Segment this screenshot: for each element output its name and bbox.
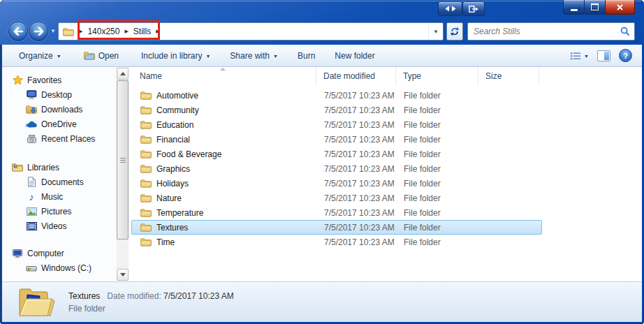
file-name: Temperature bbox=[156, 208, 203, 218]
table-row[interactable]: Temperature 7/5/2017 10:23 AM File folde… bbox=[131, 205, 542, 220]
breadcrumb-chevron-icon[interactable]: ▶ bbox=[119, 29, 133, 34]
address-box[interactable]: ▶ 140x250 ▶ Stills ▶ ▼ bbox=[58, 22, 444, 40]
maximize-button[interactable] bbox=[584, 0, 606, 15]
include-in-library-button[interactable]: Include in library ▼ bbox=[137, 49, 214, 63]
sidebar-item-recent-places[interactable]: Recent Places bbox=[2, 131, 130, 146]
help-button[interactable]: ? bbox=[619, 49, 632, 62]
sidebar-item-desktop[interactable]: Desktop bbox=[2, 87, 130, 102]
close-button[interactable] bbox=[605, 0, 635, 15]
file-list: Name Date modified Type Size Automotive bbox=[130, 67, 642, 281]
name-cell: Graphics bbox=[132, 164, 317, 174]
file-type: File folder bbox=[397, 208, 479, 218]
table-row[interactable]: Financial 7/5/2017 10:23 AM File folder bbox=[131, 132, 542, 147]
details-pane: Textures Date modified: 7/5/2017 10:23 A… bbox=[2, 281, 642, 322]
file-name: Graphics bbox=[156, 164, 190, 174]
sidebar-item-libraries[interactable]: Libraries bbox=[2, 160, 130, 175]
file-date: 7/5/2017 10:23 AM bbox=[317, 237, 397, 247]
sidebar-item-music[interactable]: ♪ Music bbox=[2, 189, 130, 204]
minimize-button[interactable] bbox=[563, 0, 585, 15]
file-type: File folder bbox=[397, 105, 479, 115]
file-date: 7/5/2017 10:23 AM bbox=[317, 164, 397, 174]
file-name: Automotive bbox=[156, 91, 198, 101]
file-type: File folder bbox=[397, 164, 479, 174]
sidebar-item-favorites[interactable]: Favorites bbox=[2, 73, 130, 87]
column-header-size[interactable]: Size bbox=[478, 67, 539, 85]
include-label: Include in library bbox=[141, 51, 202, 61]
table-row[interactable]: Time 7/5/2017 10:23 AM File folder bbox=[131, 235, 542, 249]
file-name: Financial bbox=[156, 135, 190, 145]
date-modified-value: 7/5/2017 10:23 AM bbox=[163, 291, 234, 301]
change-view-button[interactable]: ▼ bbox=[571, 52, 589, 60]
sidebar-item-label: OneDrive bbox=[41, 119, 77, 129]
navigation-pane: Favorites Desktop Downloads OneDrive bbox=[2, 67, 130, 281]
file-list-rows: Automotive 7/5/2017 10:23 AM File folder… bbox=[131, 88, 642, 281]
table-row[interactable]: Nature 7/5/2017 10:23 AM File folder bbox=[131, 191, 542, 205]
list-view-icon bbox=[571, 52, 581, 60]
folder-icon bbox=[140, 179, 152, 188]
back-button[interactable] bbox=[8, 22, 28, 41]
sidebar-scrollbar[interactable] bbox=[117, 68, 129, 281]
search-input[interactable] bbox=[472, 26, 620, 37]
table-row[interactable]: Holidays 7/5/2017 10:23 AM File folder bbox=[131, 176, 542, 191]
chevron-down-icon: ▼ bbox=[205, 54, 210, 59]
sidebar-item-computer[interactable]: Computer bbox=[2, 246, 130, 260]
sidebar-item-label: Pictures bbox=[41, 207, 71, 216]
titlebar-arrows-button[interactable] bbox=[438, 1, 462, 16]
sidebar-item-label: Windows (C:) bbox=[41, 263, 92, 273]
open-button[interactable]: Open bbox=[80, 49, 123, 63]
sidebar-item-videos[interactable]: Videos bbox=[2, 219, 130, 233]
share-label: Share with bbox=[230, 51, 270, 61]
organize-button[interactable]: Organize ▼ bbox=[15, 49, 66, 63]
table-row[interactable]: Graphics 7/5/2017 10:23 AM File folder bbox=[131, 161, 542, 176]
sidebar-item-pictures[interactable]: Pictures bbox=[2, 204, 130, 219]
address-bar: ▼ ▶ 140x250 ▶ Stills ▶ ▼ bbox=[2, 18, 642, 45]
table-row[interactable]: Textures 7/5/2017 10:23 AM File folder bbox=[131, 220, 542, 235]
preview-pane-button[interactable] bbox=[597, 50, 610, 61]
address-history-dropdown[interactable]: ▼ bbox=[428, 23, 443, 40]
file-name: Textures bbox=[156, 223, 188, 233]
table-row[interactable]: Automotive 7/5/2017 10:23 AM File folder bbox=[131, 88, 542, 103]
refresh-button[interactable] bbox=[446, 22, 463, 40]
breadcrumb-chevron-icon[interactable]: ▶ bbox=[151, 29, 164, 34]
folder-icon bbox=[140, 193, 152, 202]
file-name: Education bbox=[156, 120, 193, 130]
search-icon[interactable] bbox=[620, 27, 630, 36]
sidebar-item-documents[interactable]: Documents bbox=[2, 175, 130, 189]
file-date: 7/5/2017 10:23 AM bbox=[317, 179, 397, 189]
titlebar-exit-button[interactable] bbox=[462, 1, 485, 16]
breadcrumb-chevron-icon[interactable]: ▶ bbox=[74, 29, 87, 34]
column-headers: Name Date modified Type Size bbox=[130, 67, 642, 85]
open-folder-icon bbox=[84, 51, 95, 60]
column-header-name[interactable]: Name bbox=[130, 67, 316, 85]
file-type: File folder bbox=[397, 135, 479, 145]
sidebar-item-downloads[interactable]: Downloads bbox=[2, 102, 130, 117]
column-header-type[interactable]: Type bbox=[396, 67, 478, 85]
breadcrumb-segment-parent[interactable]: 140x250 bbox=[87, 27, 119, 36]
folder-icon bbox=[140, 135, 152, 144]
scroll-down-button[interactable] bbox=[117, 269, 129, 281]
organize-label: Organize bbox=[19, 51, 53, 61]
file-date: 7/5/2017 10:23 AM bbox=[317, 91, 397, 101]
table-row[interactable]: Food & Beverage 7/5/2017 10:23 AM File f… bbox=[131, 147, 542, 161]
scroll-up-button[interactable] bbox=[117, 68, 129, 80]
table-row[interactable]: Community 7/5/2017 10:23 AM File folder bbox=[131, 103, 542, 117]
libraries-icon bbox=[12, 162, 23, 173]
name-cell: Nature bbox=[132, 193, 317, 203]
table-row[interactable]: Education 7/5/2017 10:23 AM File folder bbox=[131, 117, 542, 132]
document-icon bbox=[26, 177, 37, 188]
picture-icon bbox=[26, 206, 37, 217]
breadcrumb-segment-current[interactable]: Stills bbox=[133, 27, 151, 36]
scrollbar-thumb[interactable] bbox=[117, 80, 129, 240]
folder-icon bbox=[140, 105, 152, 115]
column-header-date-modified[interactable]: Date modified bbox=[316, 67, 396, 85]
new-folder-button[interactable]: New folder bbox=[330, 49, 379, 63]
share-with-button[interactable]: Share with ▼ bbox=[226, 49, 282, 63]
sidebar-item-windows-c[interactable]: Windows (C:) bbox=[2, 260, 130, 275]
sidebar-item-onedrive[interactable]: OneDrive bbox=[2, 117, 130, 131]
recent-pages-dropdown[interactable]: ▼ bbox=[48, 22, 58, 41]
forward-button[interactable] bbox=[29, 22, 48, 41]
burn-button[interactable]: Burn bbox=[293, 49, 319, 63]
file-date: 7/5/2017 10:23 AM bbox=[317, 135, 397, 145]
search-box bbox=[467, 22, 635, 40]
column-label: Size bbox=[485, 71, 502, 81]
